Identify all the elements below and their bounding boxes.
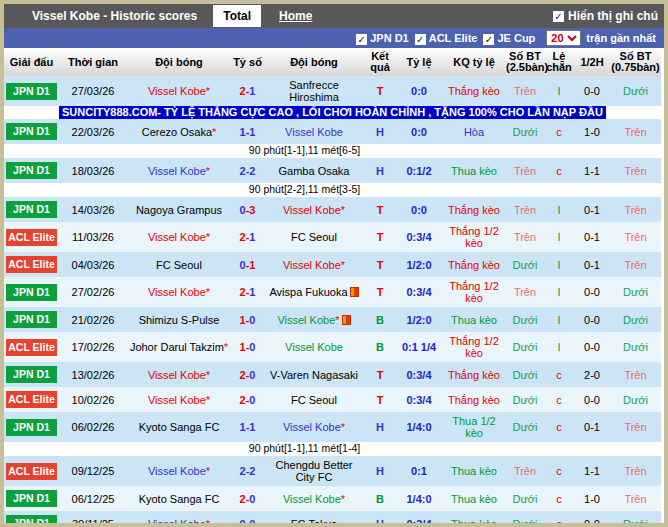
team-name[interactable]: Vissel Kobe (277, 314, 335, 326)
team-name[interactable]: Nagoya Grampus (136, 204, 222, 216)
odds-result: Thắng 1/2 kèo (442, 222, 506, 252)
team-name[interactable]: Vissel Kobe (148, 465, 206, 477)
league-filter-label: JPN D1 (370, 32, 409, 44)
team-name[interactable]: Kyoto Sanga FC (139, 421, 220, 433)
league-badge: JPN D1 (6, 284, 57, 301)
team-name[interactable]: Gamba Osaka (279, 165, 350, 177)
league-filter-checkbox[interactable]: ✓ (356, 34, 367, 45)
team-name[interactable]: Vissel Kobe (148, 518, 206, 527)
odds-result: Thắng kèo (442, 197, 506, 222)
handicap-odds: 0:3/4 (396, 362, 442, 387)
team-name[interactable]: Vissel Kobe (148, 231, 206, 243)
tab-total[interactable]: Total (213, 5, 261, 27)
tab-home[interactable]: Home (277, 5, 314, 27)
recent-count-select[interactable]: 20 (546, 30, 581, 46)
handicap-odds: 0:3/4 (396, 511, 442, 527)
team-name[interactable]: Vissel Kobe (148, 165, 206, 177)
score-cell: 1-1 (231, 119, 264, 144)
team-name[interactable]: Kyoto Sanga FC (139, 493, 220, 505)
penalty-note: 90 phút[2-2],11 mét[3-5] (4, 183, 661, 197)
away-goals: 1 (249, 231, 255, 243)
home-star: * (206, 465, 210, 477)
match-row: JPN D106/02/26Kyoto Sanga FC1-1Vissel Ko… (4, 412, 661, 442)
team-name[interactable]: FC Seoul (156, 259, 202, 271)
odd-even: l (544, 252, 574, 277)
team-cell: Kyoto Sanga FC (127, 412, 231, 442)
score-cell: 2-2 (231, 456, 264, 486)
over-under-075: Dưới (610, 307, 661, 332)
over-under-25: Trên (506, 197, 544, 222)
league-filter-checkbox[interactable]: ✓ (483, 34, 494, 45)
team-cell: FC Tokyo (264, 511, 364, 527)
home-star: * (224, 341, 228, 353)
result-letter: B (364, 332, 396, 362)
odd-even: c (544, 158, 574, 183)
card-icon (350, 287, 359, 297)
league-filter-checkbox[interactable]: ✓ (415, 34, 426, 45)
team-cell: V-Varen Nagasaki (264, 362, 364, 387)
odds-result: Thắng kèo (442, 387, 506, 412)
over-under-075: Trên (610, 197, 661, 222)
team-name[interactable]: Vissel Kobe (283, 204, 341, 216)
column-header: Kết quả (364, 48, 396, 76)
show-notes-checkbox[interactable]: ✓ (553, 11, 564, 22)
team-name[interactable]: Vissel Kobe (148, 369, 206, 381)
team-name[interactable]: Vissel Kobe (148, 85, 206, 97)
team-name[interactable]: FC Tokyo (291, 518, 337, 527)
odd-even: l (544, 197, 574, 222)
match-date: 21/02/26 (59, 307, 127, 332)
league-filter-label: ACL Elite (429, 32, 478, 44)
column-header: Đội bóng (264, 48, 364, 76)
over-under-075: Trên (610, 456, 661, 486)
league-badge: JPN D1 (6, 201, 57, 218)
team-name[interactable]: Sanfrecce Hiroshima (289, 79, 339, 103)
match-row: JPN D127/03/26Vissel Kobe*2-1Sanfrecce H… (4, 76, 661, 106)
result-letter: T (364, 76, 396, 106)
home-star: * (206, 286, 210, 298)
match-date: 09/12/25 (59, 456, 127, 486)
away-goals: 1 (249, 421, 255, 433)
over-under-25: Dưới (506, 412, 544, 442)
team-cell: Vissel Kobe* (264, 197, 364, 222)
match-date: 10/02/26 (59, 387, 127, 412)
match-row: JPN D114/03/26Nagoya Grampus0-3Vissel Ko… (4, 197, 661, 222)
team-cell: Vissel Kobe* (127, 362, 231, 387)
match-row: JPN D118/03/26Vissel Kobe*2-2Gamba Osaka… (4, 158, 661, 183)
column-header: Đội bóng (127, 48, 231, 76)
score-cell: 2-1 (231, 277, 264, 307)
ad-row: SUNCITY888.COM- TỶ LỆ THẮNG CỰC CAO , LỐ… (4, 106, 661, 119)
team-name[interactable]: FC Seoul (291, 394, 337, 406)
ad-cell: SUNCITY888.COM- TỶ LỆ THẮNG CỰC CAO , LỐ… (59, 106, 661, 119)
handicap-odds: 0:1 (396, 456, 442, 486)
half-time-score: 1-0 (574, 119, 610, 144)
team-name[interactable]: Cerezo Osaka (142, 126, 212, 138)
league-cell: JPN D1 (4, 307, 59, 332)
team-name[interactable]: Vissel Kobe (283, 493, 341, 505)
team-name[interactable]: Vissel Kobe (283, 421, 341, 433)
team-name[interactable]: Vissel Kobe (148, 286, 206, 298)
score-cell: 0-3 (231, 197, 264, 222)
ad-banner-link[interactable]: SUNCITY888.COM- TỶ LỆ THẮNG CỰC CAO , LỐ… (59, 106, 606, 119)
team-name[interactable]: Avispa Fukuoka (269, 286, 347, 298)
team-name[interactable]: FC Seoul (291, 231, 337, 243)
team-cell: FC Seoul (264, 222, 364, 252)
league-badge: JPN D1 (6, 515, 57, 527)
odds-result: Thua 1/2 kèo (442, 412, 506, 442)
team-name[interactable]: Shimizu S-Pulse (139, 314, 220, 326)
score-cell: 2-0 (231, 486, 264, 511)
team-name[interactable]: V-Varen Nagasaki (270, 369, 358, 381)
team-name[interactable]: Vissel Kobe (285, 126, 343, 138)
team-name[interactable]: Vissel Kobe (148, 394, 206, 406)
half-time-score: 0-1 (574, 412, 610, 442)
team-name[interactable]: Vissel Kobe (283, 259, 341, 271)
team-cell: Vissel Kobe* (127, 158, 231, 183)
team-name[interactable]: Johor Darul Takzim (130, 341, 224, 353)
over-under-25: Dưới (506, 307, 544, 332)
team-name[interactable]: Vissel Kobe (285, 341, 343, 353)
league-badge: JPN D1 (6, 490, 57, 507)
title-bar: Vissel Kobe - Historic scores Total Home… (4, 4, 664, 28)
column-header: 1/2H (574, 48, 610, 76)
odd-even: c (544, 456, 574, 486)
team-name[interactable]: Chengdu Better City FC (275, 459, 352, 483)
half-time-score: 0-0 (574, 76, 610, 106)
